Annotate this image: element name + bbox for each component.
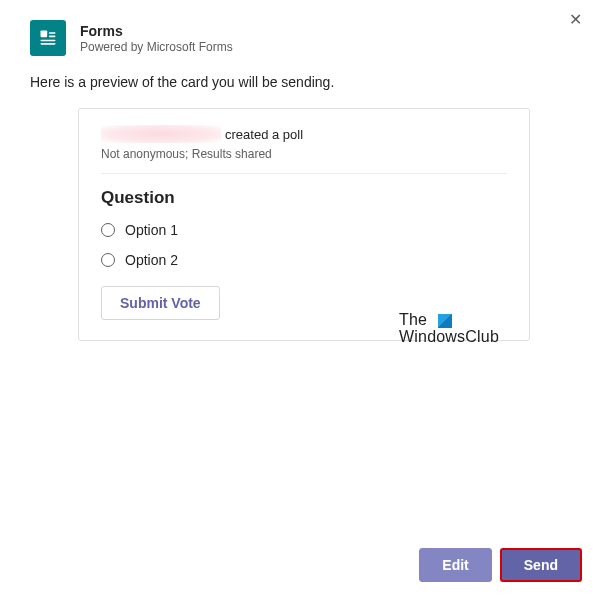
card-header: created a poll Not anonymous; Results sh… <box>101 125 507 174</box>
app-subtitle: Powered by Microsoft Forms <box>80 40 233 54</box>
poll-option[interactable]: Option 1 <box>101 220 507 240</box>
poll-meta: Not anonymous; Results shared <box>101 147 507 161</box>
creator-name-redacted <box>101 125 221 143</box>
svg-rect-2 <box>49 36 56 38</box>
poll-preview-card: created a poll Not anonymous; Results sh… <box>78 108 530 341</box>
svg-rect-0 <box>41 31 48 38</box>
option-label: Option 2 <box>125 252 178 268</box>
watermark: The WindowsClub <box>399 312 499 346</box>
dialog-header: Forms Powered by Microsoft Forms <box>30 20 570 56</box>
submit-vote-button[interactable]: Submit Vote <box>101 286 220 320</box>
svg-rect-4 <box>41 43 56 45</box>
send-button[interactable]: Send <box>500 548 582 582</box>
forms-app-icon <box>30 20 66 56</box>
question-title: Question <box>101 188 507 208</box>
created-poll-text: created a poll <box>225 127 303 142</box>
edit-button[interactable]: Edit <box>419 548 491 582</box>
svg-rect-3 <box>41 40 56 42</box>
watermark-line2: WindowsClub <box>399 329 499 346</box>
creator-line: created a poll <box>101 125 507 143</box>
svg-rect-1 <box>49 32 56 34</box>
app-title: Forms <box>80 23 233 39</box>
radio-icon <box>101 253 115 267</box>
close-icon[interactable]: ✕ <box>569 10 582 29</box>
windowsclub-logo-icon <box>438 314 452 328</box>
radio-icon <box>101 223 115 237</box>
preview-intro-text: Here is a preview of the card you will b… <box>30 74 570 90</box>
watermark-line1: The <box>399 311 427 328</box>
dialog-footer: Edit Send <box>419 548 582 582</box>
option-label: Option 1 <box>125 222 178 238</box>
poll-option[interactable]: Option 2 <box>101 250 507 270</box>
